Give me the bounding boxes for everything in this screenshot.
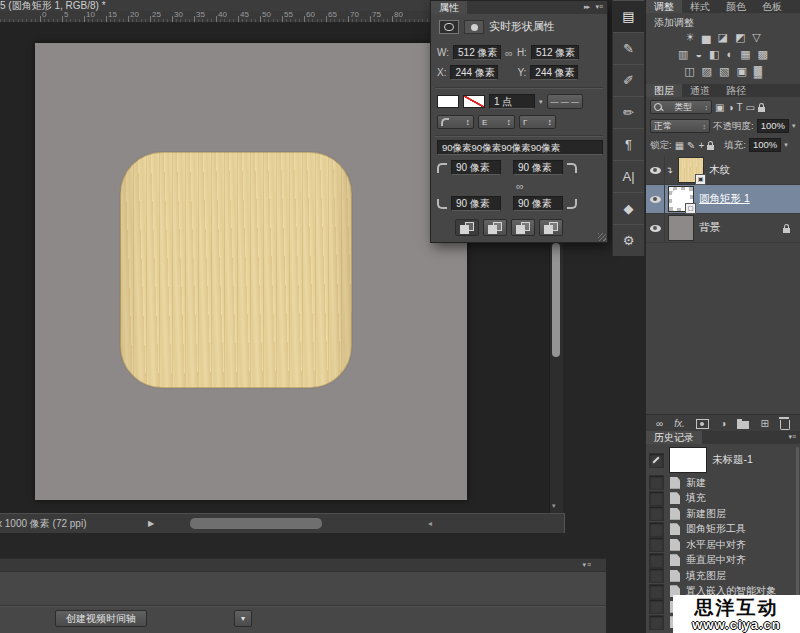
eye-icon[interactable] (650, 225, 661, 232)
horizontal-scrollbar-thumb[interactable] (190, 518, 322, 529)
link-radius-icon[interactable]: ∞ (516, 180, 524, 192)
timeline-menu-icon[interactable]: ▾≡ (582, 561, 592, 569)
history-step-row[interactable]: 水平居中对齐 (646, 537, 800, 553)
filter-adjustment-layers-icon[interactable]: ◑ (727, 102, 733, 113)
delete-layer-icon[interactable] (780, 420, 790, 430)
brush-panel-icon[interactable]: ✏ (613, 96, 644, 128)
eye-icon[interactable] (650, 167, 661, 174)
blend-mode-dropdown[interactable]: 正常↕ (650, 119, 710, 133)
character-panel-icon[interactable]: A| (613, 160, 644, 192)
history-step-row[interactable]: 填充 (646, 491, 800, 507)
layer-row[interactable]: 背景 (646, 214, 800, 243)
new-adjustment-layer-icon[interactable]: ◑ (720, 415, 726, 433)
stroke-color-swatch[interactable] (463, 95, 485, 108)
panel-menu-icon[interactable]: ▾≡ (595, 3, 603, 11)
history-source-checkbox[interactable] (649, 475, 664, 490)
layer-name[interactable]: 圆角矩形 1 (699, 192, 750, 206)
history-step-row[interactable]: 填充图层 (646, 568, 800, 584)
filter-smart-objects-icon[interactable] (758, 107, 765, 112)
black-white-icon[interactable]: ◧ (709, 47, 719, 61)
opacity-dropdown-icon[interactable]: ▾ (792, 122, 796, 130)
layer-filter-dropdown[interactable]: 类型 ↕ (650, 100, 712, 114)
lock-position-icon[interactable]: + (698, 140, 704, 151)
tab-history[interactable]: 历史记录 (646, 431, 702, 444)
layer-row[interactable]: ▢圆角矩形 1 (646, 185, 800, 214)
vibrance-icon[interactable]: ▽ (752, 30, 760, 44)
layer-thumbnail[interactable]: ▣ (679, 158, 703, 182)
panel-resize-grip[interactable] (598, 233, 606, 241)
selective-color-icon[interactable]: ▣ (736, 64, 746, 78)
link-wh-icon[interactable]: ∞ (505, 47, 513, 59)
stroke-width-field[interactable]: 1 点 (489, 94, 535, 109)
posterize-icon[interactable]: ▨ (702, 64, 712, 78)
history-step-row[interactable]: 新建图层 (646, 506, 800, 522)
filter-type-layers-icon[interactable]: T (737, 102, 743, 113)
filter-shape-layers-icon[interactable]: ▭ (746, 102, 755, 113)
pathfinder-subtract-button[interactable] (511, 219, 535, 236)
color-lookup-icon[interactable]: ▩ (758, 47, 768, 61)
tab-paths[interactable]: 路径 (718, 84, 754, 97)
lock-transparency-icon[interactable]: ▦ (675, 140, 684, 151)
invert-icon[interactable]: ◫ (684, 64, 694, 78)
history-source-checkbox[interactable] (649, 568, 664, 583)
fill-dropdown-icon[interactable]: ▾ (784, 141, 788, 149)
properties-panel-icon[interactable]: ▤ (613, 0, 644, 32)
layer-visibility-cell[interactable] (646, 156, 665, 184)
radius-summary-field[interactable]: 90像素90像素90像素90像素 (437, 140, 603, 155)
tab-layers[interactable]: 图层 (646, 84, 682, 97)
collapse-panel-icon[interactable]: ▸▸ (584, 3, 589, 11)
layer-name[interactable]: 木纹 (709, 163, 730, 177)
brightness-contrast-icon[interactable]: ☀ (685, 30, 695, 44)
layer-visibility-cell[interactable] (646, 214, 665, 242)
history-step-row[interactable]: 垂直居中对齐 (646, 553, 800, 569)
color-balance-icon[interactable]: ◒ (695, 47, 702, 61)
status-play-icon[interactable]: ▶ (148, 514, 154, 533)
width-field[interactable]: 512 像素 (453, 45, 501, 60)
history-source-checkbox[interactable] (649, 584, 664, 599)
shape-properties-icon[interactable] (439, 20, 459, 34)
channel-mixer-icon[interactable]: ▦ (740, 47, 750, 61)
layer-thumbnail[interactable]: ▢ (669, 187, 693, 211)
brush-presets-icon[interactable]: ✎ (613, 32, 644, 64)
history-source-checkbox[interactable] (649, 491, 664, 506)
history-brush-source-icon[interactable] (649, 453, 664, 468)
add-layer-mask-icon[interactable] (696, 419, 709, 429)
gradient-map-icon[interactable]: ▓ (754, 64, 762, 78)
pathfinder-intersect-button[interactable] (539, 219, 563, 236)
wood-rounded-rectangle-shape[interactable] (120, 152, 352, 388)
stroke-caps-dropdown[interactable]: E↕ (478, 115, 515, 129)
lock-pixels-icon[interactable]: ✎ (687, 140, 695, 151)
tool-presets-icon[interactable]: ✐ (613, 64, 644, 96)
fill-value[interactable]: 100% (749, 138, 781, 152)
layer-visibility-cell[interactable] (646, 185, 665, 213)
y-field[interactable]: 244 像素 (530, 65, 578, 80)
hue-saturation-icon[interactable]: ▥ (678, 47, 688, 61)
create-video-timeline-button[interactable]: 创建视频时间轴 (55, 610, 147, 627)
tab-styles[interactable]: 样式 (682, 0, 718, 13)
filter-pixel-layers-icon[interactable]: ▣ (715, 102, 724, 113)
new-layer-icon[interactable]: ⊞ (760, 415, 768, 433)
history-source-checkbox[interactable] (649, 599, 664, 614)
threshold-icon[interactable]: ▧ (719, 64, 729, 78)
fill-color-swatch[interactable] (437, 95, 459, 108)
lock-all-icon[interactable] (707, 145, 714, 150)
opacity-value[interactable]: 100% (757, 119, 789, 133)
history-snapshot-row[interactable]: 未标题-1 (646, 445, 800, 475)
history-step-row[interactable]: 圆角矩形工具 (646, 522, 800, 538)
layer-row[interactable]: ↵▣木纹 (646, 156, 800, 185)
levels-icon[interactable]: ▅ (702, 30, 710, 44)
paragraph-panel-icon[interactable]: ¶ (613, 128, 644, 160)
layer-style-fx-icon[interactable]: fx. (674, 415, 685, 433)
link-layers-icon[interactable]: ∞ (656, 415, 663, 433)
stroke-align-dropdown[interactable]: ↕ (437, 115, 474, 129)
history-source-checkbox[interactable] (649, 615, 664, 630)
radius-br-field[interactable]: 90 像素 (513, 196, 563, 211)
x-field[interactable]: 244 像素 (450, 65, 498, 80)
history-source-checkbox[interactable] (649, 553, 664, 568)
3d-panel-icon[interactable]: ◆ (613, 192, 644, 224)
scroll-down-arrow-icon[interactable]: ▾ (552, 502, 556, 510)
curves-icon[interactable]: ◪ (718, 30, 728, 44)
pathfinder-new-layer-button[interactable] (455, 219, 479, 236)
tab-channels[interactable]: 通道 (682, 84, 718, 97)
document-canvas[interactable] (35, 43, 467, 500)
